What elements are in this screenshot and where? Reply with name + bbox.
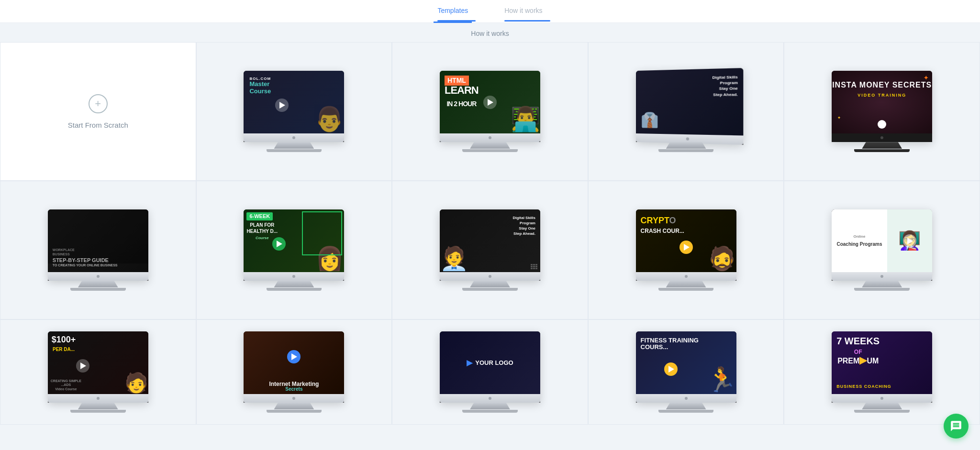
plus-icon: + (89, 94, 108, 113)
template-cell-digital2[interactable]: Digital SkillsProgramStay OneStep Ahead.… (392, 181, 588, 319)
coaching-title-text: Coaching Programs (835, 241, 883, 247)
screen-digital2: Digital SkillsProgramStay OneStep Ahead.… (440, 209, 540, 281)
monitor-100plus: $100+PER DA... 🧑 CREATING SIMPLE...ADSVi… (48, 331, 148, 413)
screen-yourlogo: ▶ YOUR LOGO (440, 331, 540, 403)
how-it-works-text: How it works (471, 30, 509, 37)
screen-html: HTML LEARNIN 2 HOUR 👨‍💻 (440, 71, 540, 142)
screen-insta: INSTA MONEY SECRETS VIDEO TRAINING ✦ ✦ (832, 71, 932, 142)
template-cell-yourlogo[interactable]: ▶ YOUR LOGO (392, 319, 588, 425)
chat-button[interactable] (944, 414, 969, 439)
template-cell-coaching[interactable]: Online Coaching Programs 👩‍🏫 (784, 181, 980, 319)
template-cell-bol[interactable]: BOL.COM MasterCourse 👨 (196, 42, 392, 181)
template-cell-step[interactable]: WORKPLACEBUSINESS STEP-BY-STEP GUIDE TO … (0, 181, 196, 319)
monitor-internet: Internet Marketing Secrets (244, 331, 344, 413)
screen-crypto: CRYPTO CRASH COUR... 🧔 (636, 209, 736, 281)
tab-first[interactable]: Templates (434, 0, 472, 23)
tab-first-label: Templates (437, 7, 468, 14)
monitor-yourlogo: ▶ YOUR LOGO (440, 331, 540, 413)
monitor-7weeks: 7 WEEKSOFPREM▶UM BUSINESS COACHING (832, 331, 932, 413)
monitor-6week: 6-WEEK PLAN FORHEALTHY D...Course 👩 (244, 209, 344, 291)
start-from-scratch-cell[interactable]: + Start From Scratch (0, 42, 196, 181)
template-cell-6week[interactable]: 6-WEEK PLAN FORHEALTHY D...Course 👩 (196, 181, 392, 319)
monitor-crypto: CRYPTO CRASH COUR... 🧔 (636, 209, 736, 291)
screen-fitness: FITNESS TRAININGCOURS... 🏃 (636, 331, 736, 403)
top-navigation: Templates How it works (0, 0, 980, 23)
screen-100plus: $100+PER DA... 🧑 CREATING SIMPLE...ADSVi… (48, 331, 148, 403)
tab-how-it-works[interactable]: How it works (501, 0, 546, 23)
screen-step: WORKPLACEBUSINESS STEP-BY-STEP GUIDE TO … (48, 209, 148, 281)
template-cell-7weeks[interactable]: 7 WEEKSOFPREM▶UM BUSINESS COACHING (784, 319, 980, 425)
screen-6week: 6-WEEK PLAN FORHEALTHY D...Course 👩 (244, 209, 344, 281)
monitor-digital1: Digital SkillsProgramStay OneStep Ahead.… (636, 71, 736, 152)
screen-7weeks: 7 WEEKSOFPREM▶UM BUSINESS COACHING (832, 331, 932, 403)
screen-digital1: Digital SkillsProgramStay OneStep Ahead.… (636, 68, 743, 145)
monitor-html: HTML LEARNIN 2 HOUR 👨‍💻 (440, 71, 540, 152)
template-grid: + Start From Scratch BOL.COM MasterCours… (0, 42, 980, 425)
tab-how-it-works-label: How it works (504, 7, 542, 14)
monitor-digital2: Digital SkillsProgramStay OneStep Ahead.… (440, 209, 540, 291)
template-cell-crypto[interactable]: CRYPTO CRASH COUR... 🧔 (588, 181, 784, 319)
monitor-fitness: FITNESS TRAININGCOURS... 🏃 (636, 331, 736, 413)
template-cell-internet[interactable]: Internet Marketing Secrets (196, 319, 392, 425)
monitor-bol: BOL.COM MasterCourse 👨 (244, 71, 344, 152)
start-scratch-label: Start From Scratch (68, 121, 128, 129)
template-cell-insta[interactable]: INSTA MONEY SECRETS VIDEO TRAINING ✦ ✦ (784, 42, 980, 181)
template-cell-100plus[interactable]: $100+PER DA... 🧑 CREATING SIMPLE...ADSVi… (0, 319, 196, 425)
how-it-works-bar: How it works (0, 23, 980, 42)
template-cell-digital1[interactable]: Digital SkillsProgramStay OneStep Ahead.… (588, 42, 784, 181)
monitor-insta: INSTA MONEY SECRETS VIDEO TRAINING ✦ ✦ (832, 71, 932, 152)
screen-coaching: Online Coaching Programs 👩‍🏫 (832, 209, 932, 281)
monitor-coaching: Online Coaching Programs 👩‍🏫 (832, 209, 932, 291)
template-cell-fitness[interactable]: FITNESS TRAININGCOURS... 🏃 (588, 319, 784, 425)
screen-internet: Internet Marketing Secrets (244, 331, 344, 403)
monitor-step: WORKPLACEBUSINESS STEP-BY-STEP GUIDE TO … (48, 209, 148, 291)
chat-icon (950, 420, 962, 432)
template-cell-html[interactable]: HTML LEARNIN 2 HOUR 👨‍💻 (392, 42, 588, 181)
screen-bol: BOL.COM MasterCourse 👨 (244, 71, 344, 142)
